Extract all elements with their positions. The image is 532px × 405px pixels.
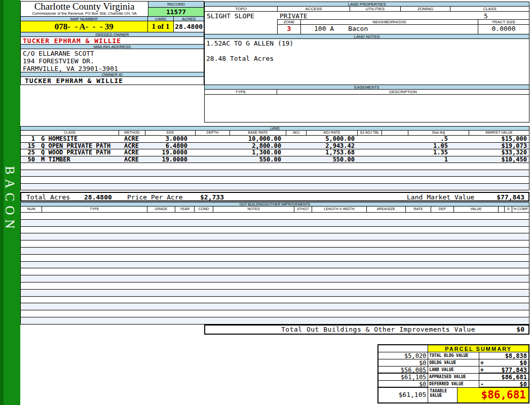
county-header: Charlotte County Virginia Commissioner o… — [20, 1, 148, 17]
prior-value-cell: $5,020 — [378, 352, 428, 359]
land-table-columns: CLASS METHOD SIZE DEPTH BASE RATE ADJ AD… — [20, 130, 529, 136]
summary-taxable-row: $61,105 TAXABLE VALUE $86,681 — [378, 387, 529, 403]
column-header: ZONING — [401, 7, 450, 11]
prior-value-cell: $0 — [378, 380, 428, 388]
summary-label: TOTAL BLDG VALUE — [428, 352, 479, 359]
empty-row — [20, 184, 529, 191]
operator: + — [479, 367, 484, 373]
neighborhood-vertical-label: BACON — [3, 166, 17, 233]
adj-rate-cell: 5,000.00 — [307, 136, 358, 142]
sz-adj-tbl-cell — [358, 136, 382, 142]
operator: - — [479, 381, 484, 387]
tract-size-value: 0.0000 — [478, 25, 529, 34]
adj-cell — [286, 156, 307, 163]
column-header: ACCESS — [278, 7, 350, 11]
base-rate-cell: 550.00 — [230, 156, 286, 163]
card-value: 1 of 1 — [147, 21, 174, 32]
address-line: 194 FORESTVIEW DR. — [23, 57, 204, 65]
taxable-value-label: TAXABLE VALUE — [428, 387, 458, 403]
column-header: RATE — [406, 207, 431, 212]
record-value: 11577 — [148, 8, 204, 16]
property-record-card: BACON Charlotte County Virginia Commissi… — [0, 0, 532, 405]
class-cell: 1G HOMESITE — [21, 136, 119, 142]
parcel-summary-title: PARCEL SUMMARY — [428, 345, 529, 352]
owner-id-value: TUCKER EPHRAM & WILLIE — [20, 76, 204, 85]
base-rate-cell: 2,800.00 — [230, 143, 286, 149]
neighborhood-value: 100 ABacon — [301, 25, 478, 34]
neighborhood-label: NEIGHBORHOOD — [301, 20, 478, 25]
empty-row — [20, 240, 529, 248]
class-name: Q OPEN PRIVATE PATH — [41, 143, 110, 149]
owner-panel: Charlotte County Virginia Commissioner o… — [20, 2, 204, 85]
access-value: PRIVATE — [280, 12, 308, 20]
size-cell: 19.0000 — [145, 149, 196, 156]
land-totals: Total Acres 28.4800 Price Per Acre $2,73… — [20, 192, 529, 201]
address-line: C/O ELLARANE SCOTT — [23, 50, 204, 57]
operator: + — [479, 359, 484, 366]
prior-value-cell: $61,105 — [378, 373, 428, 381]
column-header: CLASS — [21, 131, 119, 135]
adj-cell — [286, 149, 307, 156]
column-header: SIZE — [145, 131, 196, 135]
empty-row — [20, 170, 529, 177]
land-table: LAND CLASS METHOD SIZE DEPTH BASE RATE A… — [20, 127, 529, 201]
summary-value-cell: $8,838 — [479, 352, 529, 359]
row-num: 25 — [21, 149, 35, 156]
depth-cell — [196, 149, 230, 156]
summary-value-cell: +$77,843 — [479, 366, 529, 374]
easements-columns: TYPE DESCRIPTION — [204, 89, 529, 95]
column-header: TOPO — [205, 7, 278, 11]
base-rate-cell: 1,300.00 — [230, 149, 286, 156]
empty-row — [20, 275, 529, 282]
empty-row — [20, 303, 529, 310]
summary-label: OBLDG VALUE — [428, 359, 479, 367]
column-header: S — [505, 207, 512, 212]
deeded-owner-value: TUCKER EPHRAM & WILLIE — [20, 36, 204, 45]
empty-row — [20, 317, 529, 325]
adj-rate-cell: 2,943.42 — [307, 143, 358, 149]
land-empty-rows — [20, 163, 529, 190]
blank-cell — [382, 156, 408, 163]
prior-value-cell: $56,085 — [378, 366, 428, 374]
land-properties-panel: LAND PROPERTIES TOPO ACCESS UTILITIES ZO… — [204, 2, 529, 123]
county-subtitle: Commissioner of the Revenue, PO Box 308,… — [21, 12, 148, 16]
acres-value: 28.4800 — [173, 21, 204, 32]
land-market-value-label: Land Market Value — [407, 193, 474, 201]
prior-value-cell: $0 — [378, 359, 428, 367]
column-header: YEAR — [175, 207, 195, 212]
empty-row — [20, 213, 529, 220]
easements-body — [204, 94, 529, 123]
column-header: STHGT — [294, 207, 312, 212]
land-market-value: $77,843 — [497, 193, 524, 201]
blank-cell — [382, 149, 408, 156]
column-header: ADJ RATE — [307, 131, 358, 135]
address-line: FARMVILLE, VA 23901-3901 — [23, 65, 204, 72]
summary-value: $0 — [520, 381, 528, 387]
column-header: NUM — [21, 207, 42, 212]
row-num: 50 — [21, 156, 35, 163]
column-header: DESCRIPTION — [277, 90, 529, 94]
parcel-summary: PARCEL SUMMARY $5,020 TOTAL BLDG VALUE $… — [377, 344, 529, 403]
summary-row: $61,105 APPRAISED VALUE $86,681 — [378, 373, 529, 381]
row-num: 15 — [21, 143, 35, 149]
column-header — [382, 131, 408, 135]
zone-table: ZONE NEIGHBORHOOD TRACT SIZE 3 100 ABaco… — [277, 19, 529, 34]
column-header: NOTES — [213, 207, 294, 212]
column-header: DEP — [431, 207, 454, 212]
empty-row — [20, 163, 529, 170]
tract-size-label: TRACT SIZE — [478, 20, 529, 25]
neighborhood-name: Bacon — [348, 25, 368, 32]
column-header: SZ ADJ TBL — [358, 131, 382, 135]
size-cell: 19.0000 — [145, 156, 196, 163]
total-acres-value: 28.4800 — [84, 193, 112, 201]
adj-cell — [286, 143, 307, 149]
size-adj-cell: 1 — [408, 156, 469, 163]
sz-adj-tbl-cell — [358, 149, 382, 156]
method-cell: ACRE — [119, 143, 145, 149]
price-per-acre-label: Price Per Acre — [127, 193, 183, 201]
zone-value: 3 — [278, 25, 301, 34]
size-adj-cell: 1.05 — [408, 143, 469, 149]
column-header: ADJ — [286, 131, 307, 135]
empty-row — [20, 310, 529, 317]
summary-label: APPRAISED VALUE — [428, 373, 479, 381]
